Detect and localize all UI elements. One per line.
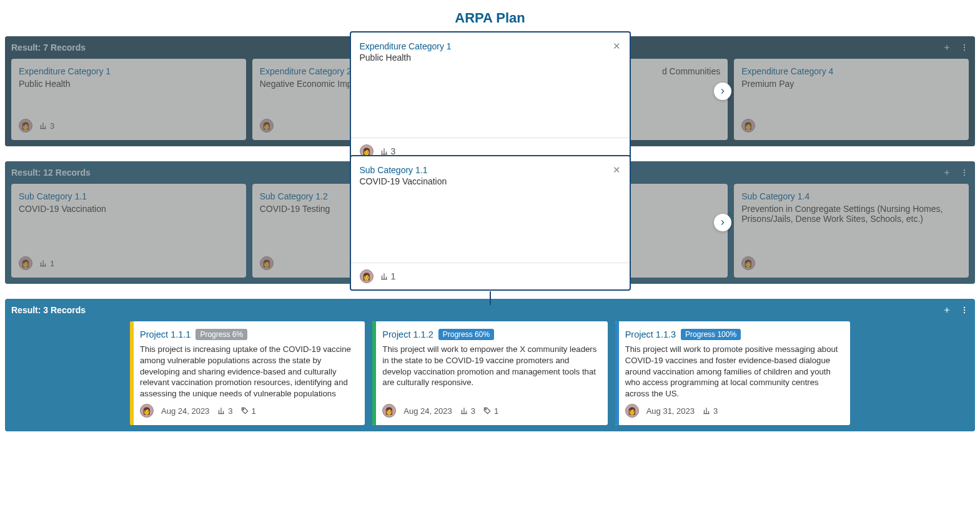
project-card[interactable]: Project 1.1.3 Progress 100% This project… (615, 321, 850, 425)
svg-point-9 (242, 409, 244, 410)
project-date: Aug 24, 2023 (161, 406, 209, 416)
svg-point-6 (964, 307, 965, 308)
more-menu-icon[interactable] (960, 168, 969, 177)
chart-count-value: 3 (713, 406, 718, 416)
project-title: Project 1.1.1 (140, 329, 191, 339)
project-title: Project 1.1.2 (382, 329, 433, 339)
project-card[interactable]: Project 1.1.2 Progress 60% This project … (372, 321, 607, 425)
chart-count-value: 1 (50, 259, 54, 268)
popup-subtitle: Public Health (360, 53, 452, 63)
svg-point-5 (964, 174, 965, 176)
svg-point-0 (964, 44, 965, 46)
close-icon[interactable]: ✕ (613, 165, 621, 174)
avatar-icon: 👩 (741, 256, 755, 270)
svg-point-7 (964, 309, 965, 311)
project-date: Aug 31, 2023 (646, 406, 695, 416)
chart-count: 1 (39, 259, 54, 268)
expenditure-card[interactable]: Expenditure Category 1 Public Health 👩 3 (11, 59, 246, 140)
project-footer: 👩 Aug 24, 2023 3 1 (140, 399, 357, 418)
lane-subcategories: Result: 12 Records Sub Category 1.1 COVI… (5, 161, 975, 284)
progress-badge: Progress 60% (438, 329, 494, 340)
chart-count-value: 3 (228, 406, 232, 416)
card-footer: 👩 3 (19, 119, 239, 133)
chart-count-value: 1 (391, 271, 396, 281)
subcategory-card[interactable]: Sub Category 1.1 COVID-19 Vaccination 👩 … (11, 184, 246, 278)
card-title: Sub Category 1.4 (741, 191, 961, 201)
chart-count: 1 (380, 271, 396, 281)
svg-point-8 (964, 312, 965, 313)
lane-expenditures: Result: 7 Records Expenditure Category 1… (5, 36, 975, 146)
card-title: Sub Category 1.1 (19, 191, 239, 201)
card-subtitle: Premium Pay (741, 79, 961, 89)
project-card[interactable]: Project 1.1.1 Progress 6% This project i… (130, 321, 365, 425)
progress-badge: Progress 100% (681, 329, 741, 340)
tag-count: 1 (240, 406, 256, 416)
card-title: Expenditure Category 4 (741, 66, 961, 76)
subcategory-card[interactable]: Sub Category 1.4 Prevention in Congregat… (734, 184, 969, 278)
projects-row: Project 1.1.1 Progress 6% This project i… (11, 321, 969, 425)
expenditure-card[interactable]: Expenditure Category 4 Premium Pay 👩 (734, 59, 969, 140)
add-button[interactable] (943, 43, 951, 52)
lane-projects-title: Result: 3 Records (11, 305, 86, 315)
project-description: This project will work to empower the X … (382, 344, 600, 388)
project-title: Project 1.1.3 (625, 329, 676, 339)
add-button[interactable] (943, 306, 951, 314)
avatar-icon: 👩 (741, 119, 755, 133)
svg-point-3 (964, 169, 965, 171)
tag-count-value: 1 (494, 406, 498, 416)
card-title: Expenditure Category 1 (19, 66, 239, 76)
chart-count: 3 (39, 121, 54, 131)
avatar-icon: 👩 (382, 404, 396, 418)
chart-count: 3 (217, 406, 232, 416)
chart-count-value: 3 (50, 121, 54, 131)
svg-point-4 (964, 172, 965, 173)
more-menu-icon[interactable] (960, 306, 969, 314)
popup-subtitle: COVID-19 Vaccination (360, 176, 447, 186)
project-stripe (615, 321, 619, 425)
chart-count: 3 (702, 406, 718, 416)
project-stripe (372, 321, 376, 425)
chart-count-value: 3 (471, 406, 475, 416)
avatar-icon: 👩 (260, 119, 274, 133)
project-description: This project will work to promote positi… (625, 344, 843, 399)
avatar-icon: 👩 (19, 119, 32, 133)
lane-subcategories-title: Result: 12 Records (11, 168, 91, 178)
scroll-right-button[interactable] (714, 214, 731, 231)
card-subtitle: COVID-19 Vaccination (19, 204, 239, 214)
lane-expenditures-title: Result: 7 Records (11, 43, 86, 53)
expenditure-detail-popup: Expenditure Category 1 Public Health ✕ 👩… (350, 31, 631, 166)
popup-title: Sub Category 1.1 (360, 165, 447, 175)
project-description: This project is increasing uptake of the… (140, 344, 357, 399)
project-date: Aug 24, 2023 (403, 406, 452, 416)
scroll-right-button[interactable] (714, 83, 731, 100)
tag-count-value: 1 (252, 406, 256, 416)
page-title: ARPA Plan (5, 10, 975, 26)
card-subtitle: Prevention in Congregate Settings (Nursi… (741, 204, 961, 224)
avatar-icon: 👩 (360, 269, 374, 283)
card-subtitle: Public Health (19, 79, 239, 89)
lane-projects: Result: 3 Records Project 1.1.1 Progress… (5, 299, 975, 431)
avatar-icon: 👩 (625, 404, 639, 418)
svg-point-2 (964, 49, 965, 51)
project-stripe (130, 321, 134, 425)
avatar-icon: 👩 (140, 404, 154, 418)
add-button[interactable] (943, 168, 951, 177)
progress-badge: Progress 6% (196, 329, 247, 340)
connector-line (490, 291, 491, 305)
tag-count: 1 (483, 406, 498, 416)
avatar-icon: 👩 (19, 256, 32, 270)
subcategory-detail-popup: Sub Category 1.1 COVID-19 Vaccination ✕ … (350, 155, 631, 291)
chart-count: 3 (460, 406, 475, 416)
avatar-icon: 👩 (260, 256, 274, 270)
svg-point-10 (485, 409, 487, 410)
svg-point-1 (964, 47, 965, 48)
popup-title: Expenditure Category 1 (360, 41, 452, 51)
close-icon[interactable]: ✕ (613, 41, 621, 51)
more-menu-icon[interactable] (960, 43, 969, 52)
